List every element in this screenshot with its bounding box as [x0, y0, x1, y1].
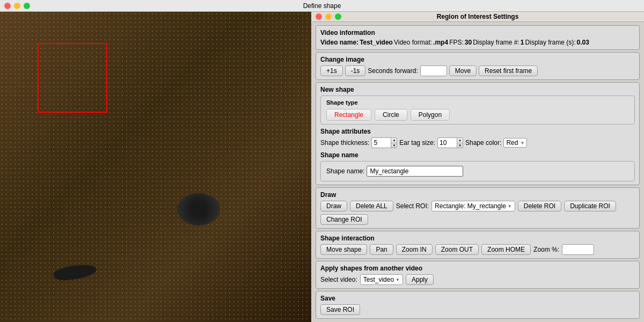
rectangle-button[interactable]: Rectangle — [326, 109, 371, 121]
shape-interaction-section: Shape interaction Move shape Pan Zoom IN… — [316, 231, 640, 259]
color-dropdown-arrow: ▼ — [520, 141, 524, 145]
ear-tag-input[interactable] — [437, 137, 457, 148]
new-shape-header: New shape — [320, 86, 635, 93]
minimize-button[interactable] — [14, 3, 20, 9]
select-video-dropdown[interactable]: Test_video ▼ — [360, 274, 403, 285]
plus1s-button[interactable]: +1s — [320, 65, 343, 76]
save-section: Save Save ROI — [316, 291, 640, 319]
apply-shapes-section: Apply shapes from another video Select v… — [316, 261, 640, 289]
delete-all-button[interactable]: Delete ALL — [350, 201, 393, 211]
settings-panel: Region of Interest Settings Video inform… — [311, 12, 644, 322]
thickness-down-arrow[interactable]: ▼ — [391, 143, 397, 148]
roi-maximize-button[interactable] — [335, 13, 341, 20]
seconds-forward-input[interactable] — [420, 65, 447, 76]
save-header: Save — [320, 295, 635, 302]
shape-name-label: Shape name: — [326, 167, 364, 175]
video-dropdown-arrow: ▼ — [396, 277, 400, 282]
zoom-home-button[interactable]: Zoom HOME — [481, 244, 531, 255]
apply-shapes-header: Apply shapes from another video — [320, 265, 635, 272]
roi-dropdown-arrow: ▼ — [508, 204, 512, 209]
video-info-header: Video information — [320, 29, 635, 36]
shape-name-input[interactable] — [367, 166, 463, 177]
shape-type-group: Shape type Rectangle Circle Polygon — [320, 96, 635, 125]
shape-name-row: Shape name: — [326, 166, 629, 177]
save-row: Save ROI — [320, 304, 635, 315]
change-image-header: Change image — [320, 56, 635, 63]
display-frame-value: 1 — [521, 39, 524, 46]
right-title-bar: Region of Interest Settings — [311, 12, 644, 22]
maximize-button[interactable] — [24, 3, 30, 9]
thickness-up-arrow[interactable]: ▲ — [391, 138, 397, 143]
close-button[interactable] — [4, 3, 11, 9]
ear-tag-spinner: ▲ ▼ — [437, 137, 463, 148]
duplicate-roi-button[interactable]: Duplicate ROI — [564, 201, 616, 211]
color-value: Red — [506, 139, 518, 147]
apply-button[interactable]: Apply — [406, 274, 434, 285]
draw-header: Draw — [320, 191, 635, 199]
move-shape-button[interactable]: Move shape — [320, 244, 367, 255]
shape-attributes-row: Shape thickness: ▲ ▼ Ear tag size: — [320, 137, 635, 148]
shape-name-header: Shape name — [320, 151, 635, 159]
roi-minimize-button[interactable] — [325, 13, 332, 20]
shape-name-container: Shape name Shape name: — [320, 151, 635, 181]
change-image-section: Change image +1s -1s Seconds forward: Mo… — [316, 52, 640, 80]
shape-interaction-row: Move shape Pan Zoom IN Zoom OUT Zoom HOM… — [320, 244, 635, 255]
thickness-input[interactable] — [371, 137, 391, 148]
video-format-value: .mp4 — [433, 39, 448, 46]
seconds-forward-label: Seconds forward: — [368, 67, 418, 75]
thickness-spinner: ▲ ▼ — [371, 137, 397, 148]
dark-object — [177, 193, 220, 225]
fps-value: 30 — [465, 39, 472, 46]
video-background — [0, 12, 311, 322]
save-roi-button[interactable]: Save ROI — [320, 304, 360, 315]
minus1s-button[interactable]: -1s — [345, 65, 366, 76]
shape-name-box: Shape name: — [320, 161, 635, 181]
delete-roi-button[interactable]: Delete ROI — [518, 201, 561, 211]
display-frame-s-value: 0.03 — [577, 39, 589, 46]
thickness-arrows: ▲ ▼ — [391, 137, 397, 148]
display-frame-s-label: Display frame (s): — [525, 39, 576, 46]
video-information-section: Video information Video name: Test_video… — [316, 25, 640, 50]
shape-attributes-container: Shape attributes Shape thickness: ▲ ▼ Ea… — [320, 128, 635, 148]
video-info-row: Video name: Test_video Video format: .mp… — [320, 39, 635, 46]
polygon-button[interactable]: Polygon — [411, 109, 450, 121]
zoom-pct-label: Zoom %: — [533, 246, 559, 253]
video-panel — [0, 12, 311, 322]
shape-attributes-header: Shape attributes — [320, 128, 635, 135]
video-name-value: Test_video — [360, 39, 393, 46]
draw-button[interactable]: Draw — [320, 201, 347, 211]
color-dropdown[interactable]: Red ▼ — [503, 138, 527, 148]
change-roi-button[interactable]: Change ROI — [320, 214, 368, 225]
ear-tag-label: Ear tag size: — [399, 139, 435, 147]
move-button[interactable]: Move — [449, 65, 477, 76]
ear-tag-down-arrow[interactable]: ▼ — [457, 143, 463, 148]
ear-tag-up-arrow[interactable]: ▲ — [457, 138, 463, 143]
circle-button[interactable]: Circle — [375, 109, 407, 121]
select-roi-label: Select ROI: — [396, 202, 429, 210]
right-window-title: Region of Interest Settings — [437, 13, 519, 20]
video-format-label: Video format: — [394, 39, 432, 46]
thickness-label: Shape thickness: — [320, 139, 369, 147]
select-roi-value: Rectangle: My_rectangle — [435, 202, 506, 210]
roi-close-button[interactable] — [316, 13, 322, 20]
display-frame-label: Display frame #: — [473, 39, 519, 46]
apply-shapes-row: Select video: Test_video ▼ Apply — [320, 274, 635, 285]
color-label: Shape color: — [465, 139, 501, 147]
draw-row: Draw Delete ALL Select ROI: Rectangle: M… — [320, 201, 635, 225]
select-roi-dropdown[interactable]: Rectangle: My_rectangle ▼ — [431, 201, 515, 211]
reset-first-frame-button[interactable]: Reset first frame — [479, 65, 538, 76]
draw-section: Draw Draw Delete ALL Select ROI: Rectang… — [316, 187, 640, 229]
shape-type-buttons: Rectangle Circle Polygon — [326, 109, 629, 121]
fps-label: FPS: — [449, 39, 464, 46]
window-title-left: Define shape — [303, 2, 341, 10]
shape-type-legend: Shape type — [326, 99, 629, 106]
ear-tag-arrows: ▲ ▼ — [457, 137, 463, 148]
roi-rectangle[interactable] — [38, 43, 107, 113]
new-shape-section: New shape Shape type Rectangle Circle Po… — [316, 82, 640, 185]
video-name-label: Video name: — [320, 39, 358, 46]
pan-button[interactable]: Pan — [370, 244, 393, 255]
shape-interaction-header: Shape interaction — [320, 235, 635, 242]
zoom-pct-input[interactable] — [562, 244, 594, 255]
zoom-out-button[interactable]: Zoom OUT — [435, 244, 479, 255]
zoom-in-button[interactable]: Zoom IN — [396, 244, 433, 255]
